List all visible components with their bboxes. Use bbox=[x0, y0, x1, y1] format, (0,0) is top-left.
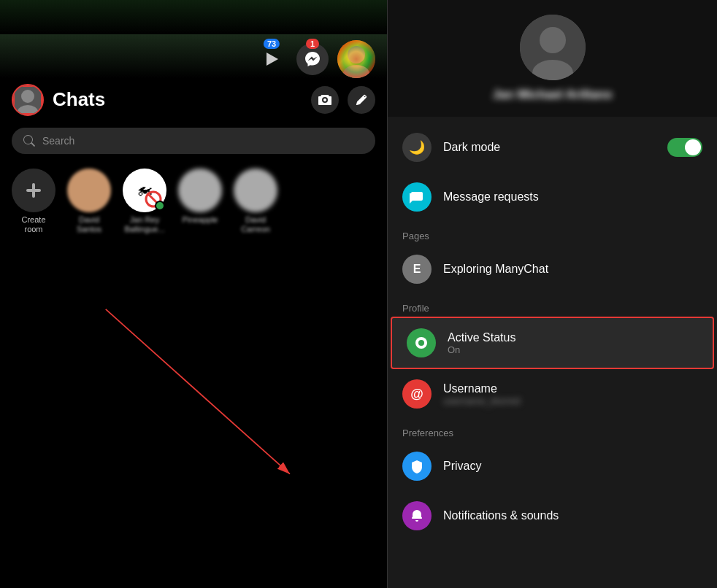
privacy-label: Privacy bbox=[443, 460, 702, 473]
message-requests-icon bbox=[402, 182, 432, 212]
create-room-avatar bbox=[12, 169, 55, 212]
red-arrow bbox=[0, 243, 387, 588]
story-label-3: Pineapple bbox=[183, 215, 218, 225]
section-pages: Pages bbox=[388, 222, 717, 244]
profile-name: Jan Michael Arillano bbox=[493, 88, 613, 102]
story-label-2: Jan ReyBaltingue... bbox=[124, 215, 164, 234]
camera-icon[interactable] bbox=[311, 86, 339, 114]
settings-notifications-content: Notifications & sounds bbox=[443, 509, 702, 522]
svg-line-19 bbox=[106, 309, 290, 474]
settings-privacy[interactable]: Privacy bbox=[388, 441, 717, 491]
username-icon: @ bbox=[402, 379, 432, 409]
active-status-sublabel: On bbox=[448, 344, 698, 355]
settings-dark-mode-content: Dark mode bbox=[443, 141, 656, 154]
story-label-4: DavidCarreon bbox=[241, 215, 270, 234]
edit-icon[interactable] bbox=[348, 86, 375, 114]
svg-point-5 bbox=[18, 105, 38, 115]
profile-avatar-large bbox=[520, 15, 586, 80]
toggle-thumb bbox=[685, 139, 701, 155]
exploring-manychat-icon: E bbox=[402, 255, 432, 284]
story-label-1: DavidSantos bbox=[77, 215, 101, 234]
settings-exploring-manychat-content: Exploring ManyChat bbox=[443, 263, 702, 276]
svg-point-4 bbox=[21, 90, 34, 103]
active-status-icon bbox=[407, 328, 436, 357]
story-avatar-1 bbox=[67, 169, 111, 212]
dark-mode-icon: 🌙 bbox=[402, 133, 432, 162]
user-avatar[interactable] bbox=[12, 84, 44, 116]
settings-active-status[interactable]: Active Status On bbox=[391, 317, 714, 369]
badge-73: 73 bbox=[264, 39, 280, 49]
svg-point-3 bbox=[337, 40, 375, 78]
create-room-item[interactable]: Createroom bbox=[12, 169, 55, 234]
badge-1: 1 bbox=[306, 39, 319, 49]
story-item-1[interactable]: DavidSantos bbox=[67, 169, 111, 234]
section-profile: Profile bbox=[388, 294, 717, 317]
username-sublabel: username_blurred bbox=[443, 395, 702, 406]
settings-username[interactable]: @ Username username_blurred bbox=[388, 369, 717, 419]
profile-header: Jan Michael Arillano bbox=[388, 0, 717, 117]
top-bar: 73 1 bbox=[0, 34, 387, 78]
settings-list: 🌙 Dark mode Message requests Pages E bbox=[388, 117, 717, 588]
left-panel: 73 1 bbox=[0, 0, 387, 588]
chats-header: Chats bbox=[0, 78, 387, 122]
create-room-label: Createroom bbox=[21, 215, 45, 234]
messenger-icon-wrap[interactable]: 1 bbox=[296, 43, 329, 75]
privacy-icon bbox=[402, 452, 432, 481]
settings-dark-mode[interactable]: 🌙 Dark mode bbox=[388, 123, 717, 172]
section-preferences: Preferences bbox=[388, 419, 717, 441]
story-item-4[interactable]: DavidCarreon bbox=[234, 169, 277, 234]
notifications-label: Notifications & sounds bbox=[443, 509, 702, 522]
settings-active-status-content: Active Status On bbox=[448, 331, 698, 355]
exploring-manychat-label: Exploring ManyChat bbox=[443, 263, 702, 276]
settings-username-content: Username username_blurred bbox=[443, 382, 702, 406]
story-online-dot bbox=[155, 201, 165, 211]
dark-mode-toggle[interactable] bbox=[667, 138, 702, 157]
settings-exploring-manychat[interactable]: E Exploring ManyChat bbox=[388, 244, 717, 294]
story-item-2[interactable]: 🏍 Jan ReyBaltingue... bbox=[123, 169, 166, 234]
active-status-label: Active Status bbox=[448, 331, 698, 344]
story-item-3[interactable]: Pineapple bbox=[178, 169, 222, 225]
settings-notifications[interactable]: Notifications & sounds bbox=[388, 491, 717, 541]
story-avatar-3 bbox=[178, 169, 222, 212]
profile-top-avatar[interactable] bbox=[337, 40, 375, 78]
search-bar[interactable]: Search bbox=[12, 128, 375, 154]
story-avatar-4 bbox=[234, 169, 277, 212]
right-panel: Jan Michael Arillano 🌙 Dark mode Message… bbox=[388, 0, 717, 588]
notifications-wrap[interactable]: 73 bbox=[256, 43, 288, 75]
stories-row: Createroom DavidSantos 🏍 Jan ReyBaltingu… bbox=[0, 160, 387, 243]
settings-privacy-content: Privacy bbox=[443, 460, 702, 473]
svg-point-21 bbox=[540, 27, 566, 53]
play-icon: 73 bbox=[256, 43, 288, 75]
chats-title: Chats bbox=[53, 88, 302, 111]
dark-mode-label: Dark mode bbox=[443, 141, 656, 154]
story-avatar-2: 🏍 bbox=[123, 169, 166, 212]
message-requests-label: Message requests bbox=[443, 190, 702, 204]
svg-marker-0 bbox=[267, 53, 278, 66]
svg-rect-7 bbox=[26, 189, 41, 192]
settings-message-requests[interactable]: Message requests bbox=[388, 172, 717, 222]
settings-message-requests-content: Message requests bbox=[443, 190, 702, 204]
notifications-icon bbox=[402, 501, 432, 530]
username-label: Username bbox=[443, 382, 702, 395]
search-placeholder: Search bbox=[42, 135, 74, 147]
